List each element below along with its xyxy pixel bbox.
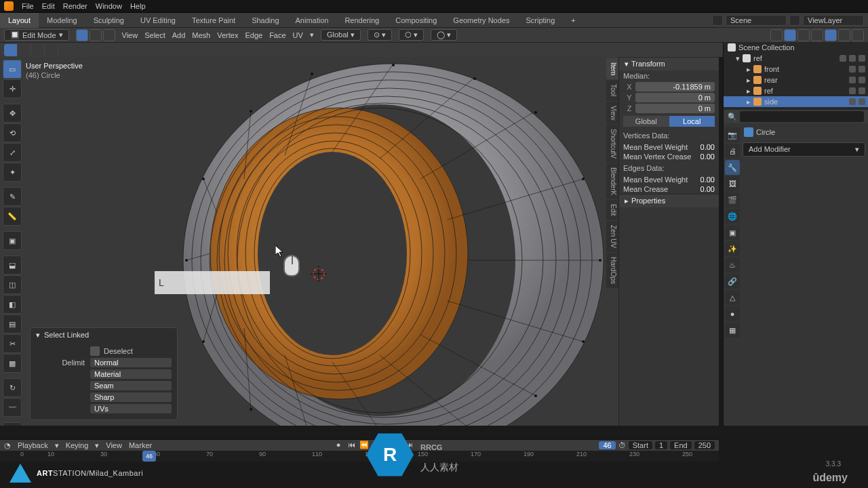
shading-render-icon[interactable] [852,29,864,41]
proptab-scene[interactable]: 🎬 [725,192,740,207]
ntab-edit[interactable]: Edit [606,200,618,220]
camera-hide-icon[interactable] [859,77,865,83]
ntab-zenuv[interactable]: Zen UV [606,221,618,252]
shading-matprev-icon[interactable] [838,29,850,41]
tab-compositing[interactable]: Compositing [387,13,445,28]
face-menu[interactable]: Face [269,31,285,39]
start-frame-field[interactable]: 1 [655,441,667,449]
select-tweak-icon[interactable] [4,44,18,56]
outliner-side[interactable]: ▸side [724,96,868,107]
operator-panel[interactable]: ▾Select Linked Deselect DelimitNormal Ma… [30,327,178,420]
tab-uv-editing[interactable]: UV Editing [132,13,184,28]
marker-menu[interactable]: Marker [129,441,152,449]
proptab-object[interactable]: ▣ [725,225,740,240]
timeline-track[interactable]: 0 10 30 50 70 90 110 130 150 170 190 210… [0,451,719,462]
delimit-normal[interactable]: Normal [90,358,172,367]
delimit-material[interactable]: Material [90,369,172,379]
viewlayer-name-field[interactable]: ViewLayer [803,15,864,26]
tool-add-cube[interactable]: ▣ [3,231,22,250]
properties-search[interactable] [740,111,864,122]
mode-dropdown[interactable]: 🔲Edit Mode▾ [4,29,69,41]
eye-icon[interactable] [849,55,856,62]
tab-add[interactable]: + [563,13,583,28]
outliner-scene-collection[interactable]: Scene Collection [724,42,868,53]
snap-dropdown[interactable]: ⬡ ▾ [399,29,424,41]
scene-icon[interactable] [712,15,723,26]
add-modifier-dropdown[interactable]: Add Modifier▾ [743,142,865,157]
outliner-rear[interactable]: ▸rear [724,75,868,85]
mean-bevel-v[interactable]: 0.00 [701,143,715,151]
view-menu[interactable]: View [122,31,138,39]
tab-texture-paint[interactable]: Texture Paint [184,13,243,28]
ntab-item[interactable]: Item [606,58,618,79]
tool-inset[interactable]: ◫ [3,275,22,294]
tool-measure[interactable]: 📏 [3,207,22,226]
transform-section[interactable]: ▾Transform [619,57,719,70]
outliner-front[interactable]: ▸front [724,64,868,75]
overlay-toggle-icon[interactable] [784,29,796,41]
proptab-viewlayer[interactable]: 🖼 [725,176,740,191]
tool-transform[interactable]: ✦ [3,163,22,182]
select-edge-icon[interactable] [90,29,102,41]
proptab-texture[interactable]: ▦ [725,323,740,338]
tool-extrude[interactable]: ⬓ [3,256,22,274]
tool-smooth[interactable]: 〰 [3,398,22,417]
tool-annotate[interactable]: ✎ [3,187,22,206]
proptab-data[interactable]: △ [725,290,740,305]
tab-scripting[interactable]: Scripting [517,13,563,28]
camera-hide-icon[interactable] [859,66,865,73]
deselect-checkbox[interactable] [90,346,100,356]
delimit-seam[interactable]: Seam [90,381,172,390]
shading-wire-icon[interactable] [811,29,823,41]
chevron-down-icon[interactable]: ▾ [36,331,40,340]
jump-start-icon[interactable]: ⏮ [348,441,357,450]
clock-icon[interactable]: ⏱ [618,441,626,449]
tab-sculpting[interactable]: Sculpting [85,13,132,28]
playback-menu[interactable]: Playback [18,441,48,449]
menu-edit[interactable]: Edit [42,2,55,10]
select-vertex-icon[interactable] [76,29,88,41]
playhead[interactable]: 46 [142,451,156,462]
tab-layout[interactable]: Layout [0,13,39,28]
proptab-render[interactable]: 📷 [725,127,740,142]
outliner-ref2[interactable]: ▸ref [724,85,868,96]
tool-spin[interactable]: ↻ [3,378,22,397]
median-z-field[interactable]: 0 m [635,104,715,113]
ntab-hardops[interactable]: HardOps [606,253,618,288]
proptab-physics[interactable]: ♨ [725,258,740,272]
menu-file[interactable]: File [22,2,34,10]
end-frame-field[interactable]: 250 [694,441,715,449]
mesh-menu[interactable]: Mesh [192,31,210,39]
tool-move[interactable]: ✥ [3,104,22,123]
viewlayer-icon[interactable] [789,15,800,26]
camera-hide-icon[interactable] [859,87,865,94]
tool-scale[interactable]: ⤢ [3,143,22,162]
delimit-uvs[interactable]: UVs [90,404,172,413]
current-frame-field[interactable]: 46 [599,441,615,449]
tool-rotate[interactable]: ⟲ [3,123,22,142]
timeline-view-menu[interactable]: View [106,441,122,449]
autokey-icon[interactable]: ● [336,441,346,450]
proptab-world[interactable]: 🌐 [725,209,740,224]
uv-menu[interactable]: UV [293,31,303,39]
tool-cursor[interactable]: ✛ [3,79,22,98]
tool-select-box[interactable]: ▭ [3,60,22,79]
tool-bevel[interactable]: ◧ [3,295,22,314]
mean-vcrease[interactable]: 0.00 [701,152,715,161]
gizmo-toggle-icon[interactable] [770,29,783,41]
tool-loopcut[interactable]: ▤ [3,314,22,333]
tab-shading[interactable]: Shading [243,13,287,28]
median-y-field[interactable]: 0 m [635,93,715,102]
tab-animation[interactable]: Animation [288,13,337,28]
orientation-dropdown[interactable]: Global ▾ [321,29,361,41]
select-menu[interactable]: Select [144,31,165,39]
menu-render[interactable]: Render [63,2,87,10]
tab-rendering[interactable]: Rendering [336,13,387,28]
select-box-icon[interactable] [18,44,31,56]
camera-hide-icon[interactable] [859,98,865,105]
proptab-particles[interactable]: ✨ [725,241,740,256]
xray-toggle-icon[interactable] [797,29,810,41]
scene-name-field[interactable]: Scene [726,15,787,26]
tool-edge-slide[interactable]: ⇄ [3,422,22,426]
median-x-field[interactable]: -0.11859 m [635,82,715,92]
